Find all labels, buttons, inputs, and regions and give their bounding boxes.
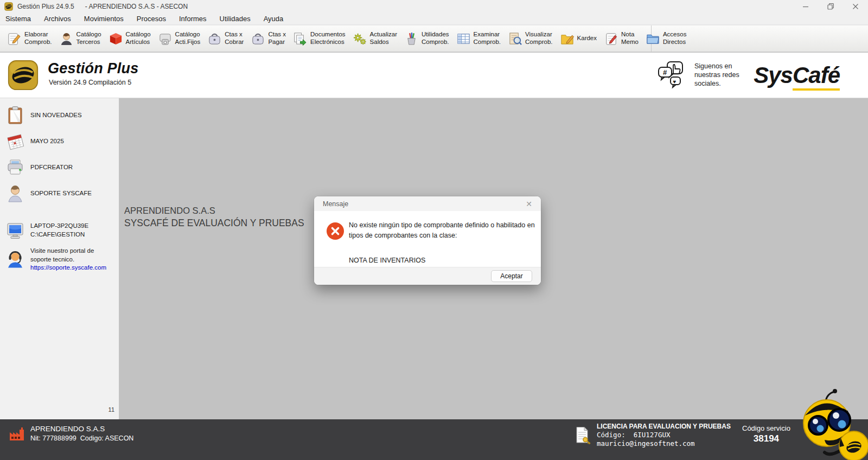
minimize-button[interactable] (793, 0, 818, 13)
toolbar-label: Comprob. (525, 39, 553, 46)
window-title: Gestión Plus 24.9.5 (17, 3, 74, 10)
license-document-icon (573, 426, 591, 444)
pencil-cup-icon (404, 31, 419, 46)
purse-icon (251, 31, 265, 46)
brand-sys: Sys (754, 62, 793, 88)
menu-utilidades[interactable]: Utilidades (220, 15, 251, 23)
toolbar-label: Comprob. (474, 39, 501, 46)
toolbar-catalogo-terceros[interactable]: CatálogoTerceros (59, 31, 101, 46)
sidebar-item-calendario[interactable]: MAYO 2025 (0, 129, 119, 155)
dialog-title-bar[interactable]: Mensaje ✕ (314, 196, 541, 211)
support-portal-link[interactable]: https://soporte.syscafe.com (30, 264, 106, 271)
table-icon (456, 31, 471, 46)
toolbar-ctas-x-pagar[interactable]: Ctas xPagar (251, 31, 286, 46)
toolbar-label: Ctas x (268, 31, 286, 39)
sidebar-item-label: PDFCREATOR (30, 163, 73, 172)
toolbar-label: Catálogo (175, 31, 201, 39)
toolbar-catalogo-actifijos[interactable]: CatálogoActi.Fijos (158, 31, 201, 46)
toolbar-label: Examinar (474, 31, 501, 39)
toolbar-label: Pagar (268, 39, 286, 46)
toolbar-label: Elaborar (24, 31, 52, 39)
sidebar-item-equipo[interactable]: LAPTOP-3P2QU39E C:\CAFE\GESTION (0, 218, 119, 244)
service-code-label: Código servicio (742, 424, 790, 432)
license-name: SYSCAFÉ DE EVALUACIÓN Y PRUEBAS (124, 218, 304, 229)
status-bar: APRENDIENDO S.A.S Nit: 777888999 Codigo:… (0, 419, 868, 460)
toolbar-nota-memo[interactable]: NotaMemo (604, 31, 639, 46)
memo-icon (604, 31, 618, 46)
calendar-icon (5, 132, 25, 151)
red-cube-icon (108, 31, 123, 46)
electronic-documents-icon (293, 31, 308, 46)
toolbar-elaborar-comprob[interactable]: ElaborarComprob. (7, 31, 52, 46)
social-block[interactable]: # ♥ Siguenos en nuestras redes sociales. (656, 60, 739, 90)
toolbar-documentos-electronicos[interactable]: DocumentosElectrónicos (293, 31, 346, 46)
menu-archivos[interactable]: Archivos (44, 15, 71, 23)
statusbar-company: APRENDIENDO S.A.S (30, 425, 133, 433)
toolbar-label: Comprob. (422, 39, 449, 46)
sidebar-item-impresora[interactable]: PDFCREATOR (0, 155, 119, 181)
app-name: Gestión Plus (48, 60, 138, 77)
sidebar-item-label: LAPTOP-3P2QU39E C:\CAFE\GESTION (30, 222, 88, 239)
page-indicator: 11 (108, 406, 114, 413)
toolbar-accesos-directos[interactable]: AccesosDirectos (646, 31, 686, 46)
social-text-line: nuestras redes (694, 71, 739, 79)
app-header: Gestión Plus Versión 24.9 Compilación 5 … (0, 53, 868, 98)
toolbar-catalogo-articulos[interactable]: CatálogoArtículos (108, 31, 151, 46)
license-code: Código: 6IU127GUX (597, 431, 731, 439)
support-text-line: soporte tecnico. (30, 255, 106, 264)
toolbar-label: Ctas x (225, 31, 244, 39)
sidebar-item-soporte-syscafe[interactable]: SOPORTE SYSCAFE (0, 181, 119, 207)
dialog-footer: Aceptar (314, 267, 541, 285)
toolbar-utilidades-comprob[interactable]: UtilidadesComprob. (404, 31, 449, 46)
minimize-icon (802, 3, 809, 10)
toolbar-label: Nota (621, 31, 639, 39)
toolbar-actualizar-saldos[interactable]: ActualizarSaldos (353, 31, 398, 46)
svg-text:♥: ♥ (673, 79, 676, 85)
compose-document-icon (7, 31, 22, 46)
accept-button[interactable]: Aceptar (491, 270, 532, 282)
close-icon (852, 3, 859, 10)
document-magnifier-icon (508, 31, 522, 46)
sidebar-item-label: SIN NOVEDADES (30, 111, 82, 120)
menu-procesos[interactable]: Procesos (137, 15, 166, 23)
toolbar-label: Cobrar (225, 39, 244, 46)
menu-movimientos[interactable]: Movimientos (84, 15, 124, 23)
window-subtitle: - APRENDIENDO S.A.S - ASECON (85, 3, 188, 10)
menu-ayuda[interactable]: Ayuda (264, 15, 284, 23)
toolbar-label: Saldos (370, 39, 398, 46)
install-path: C:\CAFE\GESTION (30, 231, 88, 239)
toolbar-examinar-comprob[interactable]: ExaminarComprob. (456, 31, 501, 46)
content-area: SIN NOVEDADES MAYO 2025 (0, 98, 868, 419)
blue-folder-icon (646, 31, 660, 46)
app-version: Versión 24.9 Compilación 5 (49, 79, 131, 86)
statusbar-nit: Nit: 777888999 Codigo: ASECON (30, 435, 133, 442)
application-window: Gestión Plus 24.9.5 - APRENDIENDO S.A.S … (0, 0, 868, 460)
menu-informes[interactable]: Informes (179, 15, 207, 23)
sidebar-item-novedades[interactable]: SIN NOVEDADES (0, 103, 119, 129)
sidebar-item-portal-soporte[interactable]: Visite nuestro portal de soporte tecnico… (0, 244, 119, 276)
toolbar-label: Electrónicos (310, 39, 346, 46)
monitor-icon (5, 221, 25, 240)
sidebar-item-label: MAYO 2025 (30, 137, 64, 146)
license-email: mauricio@ingesoftnet.com (597, 439, 731, 448)
support-text-line: Visite nuestro portal de (30, 247, 106, 255)
statusbar-company-block: APRENDIENDO S.A.S Nit: 777888999 Codigo:… (9, 425, 133, 442)
gears-icon (353, 31, 367, 46)
toolbar-label: Catálogo (126, 31, 151, 39)
restore-button[interactable] (818, 0, 843, 13)
toolbar-kardex[interactable]: Kardex (560, 31, 597, 46)
toolbar-visualizar-comprob[interactable]: VisualizarComprob. (508, 31, 553, 46)
toolbar-group: ElaborarComprob. CatálogoTerceros Catálo… (0, 25, 652, 52)
toolbar-label: Visualizar (525, 31, 553, 39)
syscafe-wordmark: SysCafé (754, 62, 840, 88)
toolbar-label: Documentos (310, 31, 346, 39)
factory-icon (9, 425, 25, 442)
toolbar-label: Catálogo (76, 31, 101, 39)
toolbar: ElaborarComprob. CatálogoTerceros Catálo… (0, 25, 868, 52)
service-code-block: Código servicio 38194 (742, 424, 790, 444)
menu-sistema[interactable]: Sistema (5, 15, 31, 23)
dialog-close-icon[interactable]: ✕ (522, 200, 535, 208)
person-icon (59, 31, 74, 46)
close-button[interactable] (843, 0, 868, 13)
toolbar-ctas-x-cobrar[interactable]: Ctas xCobrar (207, 31, 244, 46)
